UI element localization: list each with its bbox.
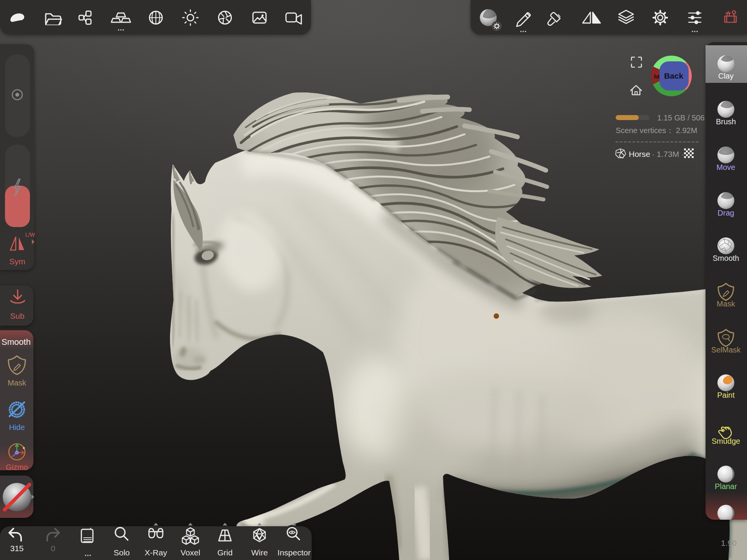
svg-text:L/W: L/W bbox=[25, 232, 35, 238]
svg-text:Mask: Mask bbox=[8, 379, 26, 387]
svg-text:Planar: Planar bbox=[715, 482, 737, 491]
svg-text:315: 315 bbox=[10, 544, 23, 553]
svg-text:Voxel: Voxel bbox=[180, 548, 200, 557]
svg-text:Scene vertices： 2.92M: Scene vertices： 2.92M bbox=[616, 126, 697, 135]
svg-text:Smudge: Smudge bbox=[712, 437, 740, 445]
svg-text:Paint: Paint bbox=[717, 391, 735, 399]
svg-text:Gizmo: Gizmo bbox=[6, 463, 28, 471]
svg-text:Drag: Drag bbox=[717, 209, 734, 217]
svg-text:SelMask: SelMask bbox=[711, 346, 741, 354]
svg-text:Smooth: Smooth bbox=[713, 254, 739, 262]
svg-text:ht: ht bbox=[654, 73, 659, 80]
svg-text:1.15 GB / 506 M: 1.15 GB / 506 M bbox=[657, 114, 706, 122]
svg-text:Mask: Mask bbox=[717, 300, 735, 308]
svg-text:Smooth: Smooth bbox=[2, 337, 31, 347]
svg-text:Wire: Wire bbox=[251, 548, 268, 557]
svg-text:Grid: Grid bbox=[217, 548, 233, 557]
svg-text:Back: Back bbox=[664, 71, 684, 80]
svg-text:Sym: Sym bbox=[9, 257, 25, 266]
svg-text:Clay: Clay bbox=[718, 72, 734, 80]
svg-text:Horse: Horse bbox=[629, 150, 650, 158]
svg-text:· 1.73M ·: · 1.73M · bbox=[652, 150, 684, 158]
svg-text:Sub: Sub bbox=[10, 311, 24, 320]
svg-text:Solo: Solo bbox=[114, 548, 130, 557]
svg-text:Hide: Hide bbox=[9, 423, 25, 432]
svg-text:0: 0 bbox=[51, 544, 55, 553]
svg-text:X-Ray: X-Ray bbox=[145, 548, 167, 557]
svg-text:Move: Move bbox=[717, 163, 735, 171]
svg-text:Inspector: Inspector bbox=[278, 548, 311, 557]
svg-text:Brush: Brush bbox=[716, 117, 736, 126]
